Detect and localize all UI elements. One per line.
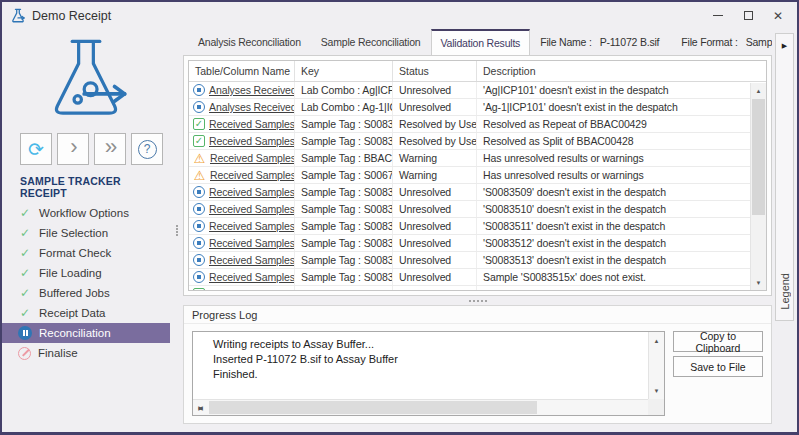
splitter-grip-dot — [481, 300, 483, 302]
scroll-up-arrow-icon[interactable]: ▲ — [649, 333, 664, 348]
row-key: Lab Combo : Ag|ICP1... — [295, 82, 393, 98]
row-name-link[interactable]: Analyses Received — [209, 84, 295, 96]
table-row[interactable]: Received Samples Sample Tag : S0083511 U… — [189, 218, 766, 235]
table-row[interactable]: Received Samples Sample Tag : BBAC00... … — [189, 150, 766, 167]
save-to-file-button[interactable]: Save to File — [673, 356, 763, 377]
progress-log-textbox[interactable]: Writing receipts to Assay Buffer...Inser… — [192, 331, 665, 416]
legend-strip[interactable]: ▶ Legend — [775, 33, 794, 321]
workflow-step-icon — [18, 326, 32, 340]
file-format-value: SampleSif — [746, 36, 772, 48]
scrollbar-thumb[interactable] — [752, 99, 765, 215]
row-name-link[interactable]: Received Samples — [209, 186, 295, 198]
row-name-link[interactable]: Received Samples — [209, 271, 295, 283]
tab-validation-results[interactable]: Validation Results — [431, 29, 531, 55]
sidebar-item-file-selection[interactable]: File Selection — [2, 223, 170, 243]
sidebar-item-format-check[interactable]: Format Check — [2, 243, 170, 263]
row-key: Sample Tag : S008351... — [295, 269, 393, 285]
table-row[interactable]: Received Samples Sample Tag : S0083509 U… — [189, 184, 766, 201]
table-row[interactable]: Received Samples Sample Tag : S0083505 R… — [189, 116, 766, 133]
sidebar-splitter[interactable] — [170, 29, 183, 432]
row-key: Sample Tag : S00001... — [295, 286, 393, 291]
table-row[interactable]: Analyses Received Lab Combo : Ag|ICP1...… — [189, 82, 766, 99]
sidebar-item-reconciliation[interactable]: Reconciliation — [2, 323, 170, 343]
row-name-link[interactable]: Received Samples — [209, 288, 295, 291]
table-row[interactable]: Received Samples Sample Tag : S0083510 U… — [189, 201, 766, 218]
row-description: 'S0083510' doesn't exist in the despatch — [477, 201, 750, 217]
workflow-step-label: Receipt Data — [39, 307, 105, 319]
sidebar-item-buffered-jobs[interactable]: Buffered Jobs — [2, 283, 170, 303]
row-name-link[interactable]: Received Samples — [209, 220, 295, 232]
scrollbar-thumb[interactable] — [209, 401, 537, 414]
sidebar-item-workflow-options[interactable]: Workflow Options — [2, 203, 170, 223]
table-vertical-scrollbar[interactable]: ▲ ▼ — [750, 83, 766, 290]
run-all-button[interactable]: ›› — [94, 133, 126, 165]
tab-analysis-reconciliation[interactable]: Analysis Reconciliation — [188, 29, 311, 55]
row-status: Resolved by User — [393, 133, 477, 149]
workflow-step-label: Finalise — [38, 347, 78, 359]
row-key: Sample Tag : BBAC00... — [295, 150, 393, 166]
row-name-link[interactable]: Received Samples — [209, 203, 295, 215]
table-row[interactable]: Received Samples Sample Tag : S00001... … — [189, 286, 766, 291]
row-name-link[interactable]: Received Samples — [209, 135, 295, 147]
row-description: Resolved as Standard — [477, 286, 750, 291]
column-header[interactable]: Status — [393, 61, 477, 81]
file-name-value: P-11072 B.sif — [600, 36, 660, 48]
row-key: Sample Tag : S0083506 — [295, 133, 393, 149]
tab-sample-reconciliation[interactable]: Sample Reconciliation — [311, 29, 431, 55]
log-vertical-scrollbar[interactable]: ▲ ▼ — [648, 332, 664, 399]
row-description: 'S0083513' doesn't exist in the despatch — [477, 252, 750, 268]
table-row[interactable]: Analyses Received Lab Combo : Ag-1|IC...… — [189, 99, 766, 116]
table-row[interactable]: Received Samples Sample Tag : S0083506 R… — [189, 133, 766, 150]
help-button[interactable]: ? — [131, 133, 163, 165]
table-row[interactable]: Received Samples Sample Tag : S0083512 U… — [189, 235, 766, 252]
tab-strip: Analysis Reconciliation Sample Reconcili… — [183, 29, 772, 55]
row-name-link[interactable]: Received Samples — [210, 152, 295, 164]
row-status-icon — [193, 254, 205, 266]
app-window: Demo Receipt ✕ ⟳ — [0, 0, 799, 435]
splitter-grip-dot — [176, 228, 178, 230]
scroll-right-arrow-icon[interactable]: ▶ — [193, 400, 208, 415]
row-name-link[interactable]: Received Samples — [209, 237, 295, 249]
title-bar[interactable]: Demo Receipt ✕ — [2, 2, 797, 29]
row-description: 'Ag-1|ICP101' doesn't exist in the despa… — [477, 99, 750, 115]
row-name-link[interactable]: Received Samples — [209, 118, 295, 130]
row-name-link[interactable]: Received Samples — [209, 254, 295, 266]
table-row[interactable]: Received Samples Sample Tag : S008351...… — [189, 269, 766, 286]
maximize-icon — [744, 11, 753, 20]
refresh-button[interactable]: ⟳ — [20, 133, 52, 165]
table-row[interactable]: Received Samples Sample Tag : S0067998 W… — [189, 167, 766, 184]
log-horizontal-scrollbar[interactable]: ◀ ▶ — [193, 399, 648, 415]
sidebar-item-finalise[interactable]: Finalise — [2, 343, 170, 363]
column-header[interactable]: Key — [295, 61, 393, 81]
sidebar-item-file-loading[interactable]: File Loading — [2, 263, 170, 283]
column-header[interactable]: Table/Column Name — [189, 61, 295, 81]
copy-to-clipboard-button[interactable]: Copy to Clipboard — [673, 331, 763, 352]
table-row[interactable]: Received Samples Sample Tag : S0083513 U… — [189, 252, 766, 269]
scroll-up-arrow-icon[interactable]: ▲ — [751, 83, 766, 98]
workflow-step-label: File Selection — [39, 227, 108, 239]
table-header: Table/Column Name Key Status Description — [189, 61, 766, 82]
validation-table: Table/Column Name Key Status Description — [188, 60, 767, 291]
row-key: Sample Tag : S0083509 — [295, 184, 393, 200]
row-status-icon — [193, 271, 205, 283]
row-status: Unresolved — [393, 99, 477, 115]
row-status: Unresolved — [393, 218, 477, 234]
row-name-link[interactable]: Analyses Received — [209, 101, 295, 113]
legend-expand-arrow-icon[interactable]: ▶ — [782, 42, 787, 50]
row-description: Has unresolved results or warnings — [477, 167, 750, 183]
close-button[interactable]: ✕ — [763, 4, 793, 28]
row-status: Unresolved — [393, 201, 477, 217]
minimize-button[interactable] — [703, 4, 733, 28]
workflow-step-label: Buffered Jobs — [39, 287, 110, 299]
panel-splitter[interactable] — [183, 296, 772, 305]
sidebar-item-receipt-data[interactable]: Receipt Data — [2, 303, 170, 323]
maximize-button[interactable] — [733, 4, 763, 28]
scroll-down-arrow-icon[interactable]: ▼ — [751, 275, 766, 290]
row-status: Unresolved — [393, 252, 477, 268]
scroll-down-arrow-icon[interactable]: ▼ — [649, 383, 664, 398]
row-name-link[interactable]: Received Samples — [210, 169, 295, 181]
run-step-button[interactable]: › — [57, 133, 89, 165]
row-status: Unresolved — [393, 235, 477, 251]
workflow-step-icon — [18, 246, 32, 260]
column-header[interactable]: Description — [477, 61, 750, 81]
